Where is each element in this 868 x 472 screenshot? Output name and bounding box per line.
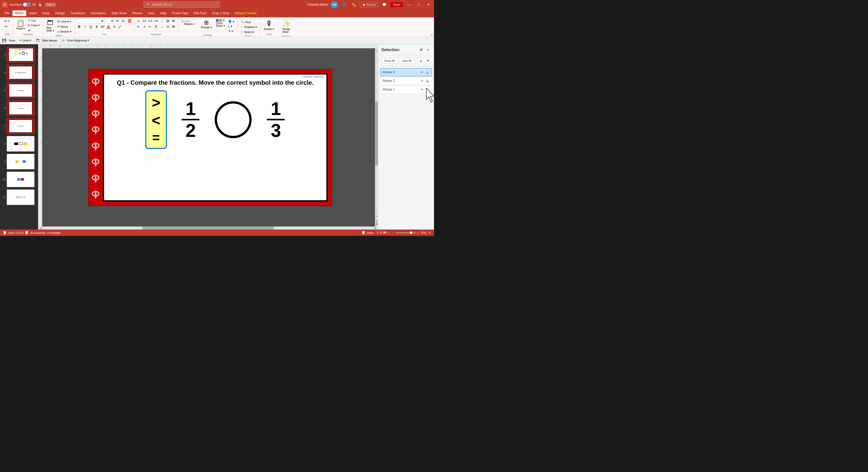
menu-flatpack[interactable]: Flat Pack [191,10,209,16]
shape-outline-button[interactable]: □ ▾ [227,24,236,29]
menu-view[interactable]: View [145,10,157,16]
fit-to-window-button[interactable]: ⊡ [429,231,431,234]
align-center-button[interactable]: ≡ [142,24,147,29]
bold-button[interactable]: B [76,24,82,29]
find-button[interactable]: 🔍 Find [239,20,258,24]
move-down-button[interactable]: ▼ [425,58,431,64]
convert-smartart-button[interactable]: ⌘ [171,24,176,29]
slide-thumb-6[interactable]: 6 Q - fractions [1,100,37,117]
next-prev-button[interactable]: ⊞ [376,223,377,225]
scroll-bar-vertical[interactable]: ▲ ▼ ⊡ ⊞ [375,48,378,227]
clear-format-button[interactable]: 🆎 [127,18,132,23]
design-ideas-button[interactable]: ✨ DesignIdeas [280,18,293,34]
arrange-button[interactable]: ⊞ Arrange ▾ [199,18,214,30]
undo-button[interactable]: ↩ ▾ [3,18,11,23]
replace-button[interactable]: ↔ Replace ▾ [239,25,258,29]
reset-button[interactable]: ↺ Reset [56,24,73,29]
maximize-button[interactable]: □ [415,1,422,8]
redo-button[interactable]: ↪ [3,24,11,29]
line-spacing-button[interactable]: ↕ [159,18,164,23]
slide-thumb-4[interactable]: 4 Q - Compare fractions [1,64,37,81]
save-button[interactable]: 💾 [38,2,43,7]
zoom-out-button[interactable]: − [392,231,394,234]
selection-item-picture2[interactable]: Picture 2 👁 🔒 [380,77,432,85]
close-button[interactable]: ✕ [425,1,432,8]
show-all-button[interactable]: Show All [381,58,398,64]
slide-thumb-8[interactable]: 8 [1,136,37,152]
smart-art-button[interactable]: ⊞ [171,18,176,23]
strikethrough-button[interactable]: S [94,24,99,29]
bullets-button[interactable]: ≡ [136,18,141,23]
slide-thumb-9[interactable]: 9 [1,153,37,170]
slide-thumb-3[interactable]: 3 Q1 - Compare fractions ><= 12 [1,46,37,63]
minimize-button[interactable]: — [405,1,413,8]
decrease-indent-button[interactable]: ⇐≡ [148,18,153,23]
font-color-button[interactable]: A [106,24,111,29]
text-shadow-button[interactable]: A [112,24,117,29]
visibility-picture2-icon[interactable]: 👁 [420,79,424,83]
notes-button[interactable]: 📝 Notes [362,231,374,234]
selection-panel-close-button[interactable]: ✕ [425,47,431,53]
menu-picture-format[interactable]: Picture Format [232,10,259,16]
normal-view-button[interactable]: ⊡ [376,231,379,234]
slide-thumb-11[interactable]: 11 [1,189,37,206]
menu-dragndrop[interactable]: Drag 'n Drop [210,10,232,16]
shape-fill-button[interactable]: 🪣 ▾ [227,19,236,24]
align-left-button[interactable]: ⊫ [136,24,141,29]
menu-design[interactable]: Design [53,10,67,16]
move-up-button[interactable]: ▲ [418,58,424,64]
lock-picture3-icon[interactable]: 🔒 [425,70,430,75]
menu-file[interactable]: File [2,10,12,16]
menu-help[interactable]: Help [157,10,169,16]
from-beginning-button[interactable]: From Beginning ▾ [66,38,91,43]
fit-slide-button[interactable]: ⊡ [376,220,377,223]
increase-indent-button[interactable]: ⇒≡ [153,18,158,23]
share-button[interactable]: Share [391,2,403,7]
slide-thumb-5[interactable]: 5 Q - fractions [1,82,37,99]
filename-badge[interactable]: Flat ▾ [45,3,56,7]
symbol-box[interactable]: > < = [146,91,167,148]
columns-button[interactable]: ▥ [165,18,170,23]
selection-item-picture3[interactable]: Picture 3 👁 🔒 [380,68,432,76]
underline-button[interactable]: U [88,24,93,29]
menu-insert[interactable]: Insert [27,10,39,16]
dictate-button[interactable]: 🎙 Dictate ▾ [262,18,276,32]
menu-slideshow[interactable]: Slide Show [109,10,129,16]
selection-panel-pin-button[interactable]: 📌 [418,47,424,53]
visibility-picture1-icon[interactable]: 👁 [420,87,424,92]
highlight-color-button[interactable]: 🖊 [118,24,123,29]
autosave-toggle[interactable] [23,3,31,7]
lock-picture2-icon[interactable]: 🔒 [425,79,430,83]
menu-animations[interactable]: Animations [88,10,108,16]
scroll-thumb-v[interactable] [375,101,378,166]
scroll-bar-horizontal[interactable]: ◀ ▶ [38,227,378,230]
search-box[interactable]: 🔍 Search (Alt+Q) [144,2,220,8]
menu-home[interactable]: Home [12,10,26,16]
reading-view-button[interactable]: 📖 [383,231,387,234]
slideshow-view-button[interactable]: ▷ [388,231,390,234]
user-avatar[interactable]: CM [331,1,338,8]
scroll-left-button[interactable]: ◀ [38,227,43,230]
text-direction-button[interactable]: ⟂ [159,24,164,29]
record-button[interactable]: ⏺ Record [360,2,378,7]
undo-toolbar-button[interactable]: ↩ Undo ▾ [18,38,33,43]
align-text-button[interactable]: ⊡ [165,24,170,29]
visibility-picture3-icon[interactable]: 👁 [420,70,424,75]
slide-canvas[interactable]: © Teacher Gameroom Q1 - Compare the frac… [42,48,378,227]
new-slide-button[interactable]: 🗔 NewSlide ▾ [45,18,56,33]
char-spacing-button[interactable]: AV [100,24,105,29]
quick-styles-button[interactable]: QuickStyles ▾ [214,18,226,28]
menu-powerpack[interactable]: Power Pack [169,10,191,16]
format-painter-button[interactable]: 🖌 [27,28,41,32]
decrease-font-button[interactable]: A↓ [121,18,126,23]
hide-all-button[interactable]: Hide All [399,58,414,64]
comments-icon[interactable]: 💬 [381,1,388,8]
autosave-control[interactable]: AutoSave Off [10,3,36,7]
menu-transitions[interactable]: Transitions [68,10,88,16]
numbering-button[interactable]: 1≡ [142,18,147,23]
layout-button[interactable]: ⊟ Layout ▾ [56,19,73,24]
paste-button[interactable]: 📋 Paste ▾ [15,18,26,31]
italic-button[interactable]: I [83,24,88,29]
globe-icon[interactable]: 🌐 [340,1,347,8]
save-toolbar-button[interactable]: Save [7,38,17,43]
